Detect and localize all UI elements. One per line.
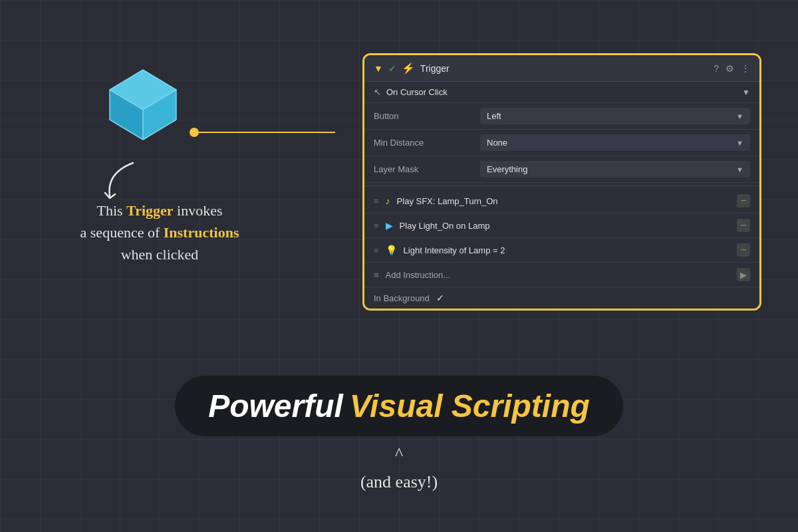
panel-lightning-icon: ⚡	[402, 62, 415, 74]
easy-annotation: (and easy!)	[360, 472, 438, 492]
add-instruction-row[interactable]: ≡ Add Instruction... ▶	[364, 263, 759, 287]
connection-line	[190, 128, 335, 137]
cube-container	[96, 60, 176, 140]
panel-enable-checkbox[interactable]: ✓	[388, 63, 396, 74]
min-distance-value: None	[487, 138, 507, 148]
layer-mask-chevron: ▼	[736, 166, 743, 174]
property-row-button: Button Left ▼	[364, 103, 759, 130]
instruction-text-2: Play Light_On on Lamp	[400, 221, 730, 231]
annotation-line4: when clicked	[121, 246, 199, 263]
sfx-icon: ♪	[386, 196, 390, 206]
drag-handle-3[interactable]: ≡	[374, 245, 379, 255]
button-value: Left	[487, 111, 501, 121]
trigger-type-dropdown[interactable]: ↖ On Cursor Click ▼	[364, 82, 759, 103]
annotation-instructions-word: Instructions	[164, 224, 239, 241]
min-distance-dropdown[interactable]: None ▼	[480, 134, 750, 151]
instruction-text-1: Play SFX: Lamp_Turn_On	[397, 196, 730, 206]
caret-annotation: ^	[395, 444, 403, 464]
panel-help-button[interactable]: ?	[714, 63, 719, 74]
play-icon: ▶	[386, 220, 393, 231]
remove-instruction-1[interactable]: −	[737, 194, 750, 207]
add-instr-list-icon: ≡	[374, 270, 379, 280]
drag-handle-1[interactable]: ≡	[374, 196, 379, 206]
light-icon: 💡	[386, 245, 397, 255]
layer-mask-value: Everything	[487, 164, 527, 174]
button-label: Button	[374, 111, 480, 121]
panel-header-actions: ? ⚙ ⋮	[714, 63, 750, 74]
curved-arrow	[100, 160, 140, 212]
annotation-line3: a sequence of	[80, 224, 164, 241]
instruction-row-3: ≡ 💡 Light Intensity of Lamp = 2 −	[364, 238, 759, 263]
instruction-text-3: Light Intensity of Lamp = 2	[404, 245, 730, 255]
annotation-text: This Trigger invokes a sequence of Instr…	[66, 200, 253, 265]
caret-symbol: ^	[395, 444, 403, 464]
annotation-line2: invokes	[174, 202, 223, 219]
cube-object	[96, 60, 176, 140]
headline-pill: Powerful Visual Scripting	[175, 376, 623, 436]
min-distance-label: Min Distance	[374, 138, 480, 148]
remove-instruction-3[interactable]: −	[737, 243, 750, 257]
instruction-row-2: ≡ ▶ Play Light_On on Lamp −	[364, 213, 759, 238]
property-row-layer-mask: Layer Mask Everything ▼	[364, 156, 759, 183]
button-chevron: ▼	[736, 112, 743, 120]
layer-mask-label: Layer Mask	[374, 164, 480, 174]
panel-more-button[interactable]: ⋮	[741, 63, 750, 74]
panel-header: ▼ ✓ ⚡ Trigger ? ⚙ ⋮	[364, 55, 759, 82]
easy-text: (and easy!)	[360, 472, 438, 491]
arrow-path	[109, 163, 133, 196]
top-section: This Trigger invokes a sequence of Instr…	[0, 0, 798, 359]
layer-mask-dropdown[interactable]: Everything ▼	[480, 161, 750, 178]
panel-collapse-arrow[interactable]: ▼	[374, 63, 383, 74]
button-dropdown[interactable]: Left ▼	[480, 108, 750, 124]
in-background-label: In Background	[374, 293, 430, 303]
add-instruction-arrow: ▶	[737, 268, 750, 281]
in-background-row: In Background ✓	[364, 287, 759, 309]
trigger-panel: ▼ ✓ ⚡ Trigger ? ⚙ ⋮ ↖ On Cursor Click ▼ …	[362, 53, 761, 311]
trigger-type-value: On Cursor Click	[386, 87, 742, 97]
connection-horizontal-line	[199, 132, 335, 133]
min-distance-chevron: ▼	[736, 139, 743, 147]
headline-powerful: Powerful	[208, 388, 343, 424]
bottom-section: Powerful Visual Scripting ^ (and easy!)	[0, 376, 798, 492]
remove-instruction-2[interactable]: −	[737, 219, 750, 232]
trigger-type-chevron: ▼	[742, 88, 750, 97]
cursor-icon: ↖	[374, 87, 381, 97]
curved-arrow-svg	[100, 160, 140, 206]
instruction-row-1: ≡ ♪ Play SFX: Lamp_Turn_On −	[364, 189, 759, 213]
connection-dot	[190, 128, 199, 137]
in-background-checkbox[interactable]: ✓	[436, 293, 444, 303]
headline-visual-scripting: Visual Scripting	[350, 388, 590, 424]
property-row-min-distance: Min Distance None ▼	[364, 130, 759, 156]
panel-settings-button[interactable]: ⚙	[726, 63, 734, 74]
add-instruction-label: Add Instruction...	[386, 270, 730, 280]
panel-divider	[364, 186, 759, 186]
drag-handle-2[interactable]: ≡	[374, 221, 379, 231]
panel-title: Trigger	[420, 63, 708, 74]
cube-svg	[96, 60, 190, 153]
